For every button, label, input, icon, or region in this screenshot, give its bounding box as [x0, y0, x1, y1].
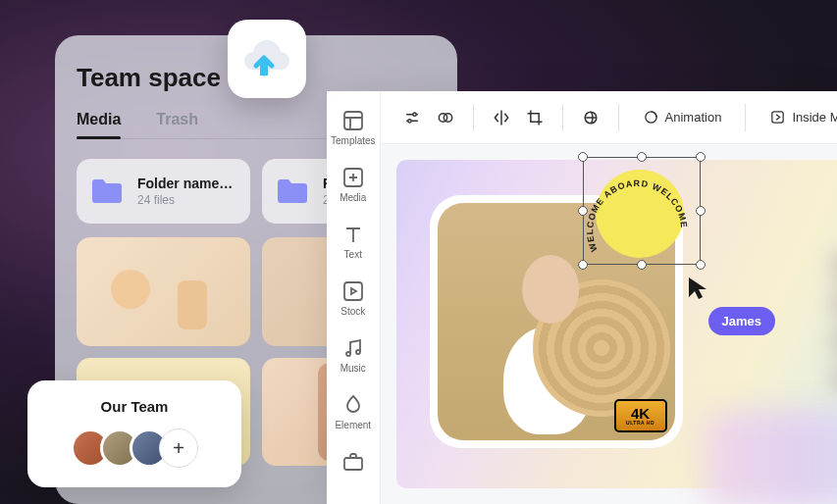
svg-point-4 — [346, 352, 350, 356]
crop-icon — [525, 108, 545, 127]
inside-motion-button[interactable]: Inside Motion — [756, 101, 837, 133]
media-thumbnail[interactable] — [77, 237, 250, 346]
folder-count: 24 files — [137, 193, 233, 207]
venn-icon — [436, 108, 455, 127]
cloud-upload-badge — [228, 20, 306, 98]
music-icon — [341, 336, 365, 360]
flip-icon — [492, 108, 511, 127]
add-member-button[interactable]: + — [159, 428, 198, 468]
effects-button[interactable] — [581, 108, 601, 127]
editor-toolbar: Animation Inside Motion — [381, 91, 837, 144]
templates-icon — [341, 109, 365, 132]
svg-rect-3 — [344, 282, 362, 300]
nav-stock[interactable]: Stock — [327, 270, 380, 327]
svg-rect-13 — [772, 112, 783, 123]
svg-rect-6 — [344, 458, 362, 470]
motion-icon — [769, 109, 786, 126]
editor-main: Animation Inside Motion 4K — [381, 91, 837, 504]
blurred-bottom-preview — [704, 410, 837, 504]
folder-card[interactable]: Folder name… 24 files — [77, 159, 250, 224]
crop-button[interactable] — [525, 108, 545, 127]
filter-button[interactable] — [436, 108, 455, 127]
animation-icon — [643, 109, 659, 126]
animation-button[interactable]: Animation — [629, 101, 736, 133]
cursor-icon — [687, 276, 708, 301]
editor-window: Templates Media Text Stock Music Element — [327, 91, 837, 504]
nav-music[interactable]: Music — [327, 327, 380, 383]
collaborator-cursor — [687, 276, 708, 305]
canvas[interactable]: 4K ULTRA HD — [396, 160, 837, 488]
canvas-area: 4K ULTRA HD — [381, 144, 837, 504]
collaborator-label: James — [708, 307, 775, 335]
4k-badge: 4K ULTRA HD — [614, 399, 667, 432]
our-team-card: Our Team + — [27, 380, 241, 487]
media-add-icon — [341, 166, 365, 189]
adjust-button[interactable] — [402, 108, 422, 127]
curved-text-element[interactable]: WELCOME ABOARD WELCOME ABOARD — [583, 157, 701, 265]
avatar-stack: + — [47, 428, 222, 468]
element-icon — [341, 393, 365, 417]
svg-point-5 — [356, 350, 360, 354]
folder-icon — [88, 173, 126, 210]
nav-templates[interactable]: Templates — [327, 99, 380, 156]
svg-point-10 — [444, 113, 451, 121]
cloud-upload-icon — [241, 36, 292, 81]
nav-more[interactable] — [327, 440, 380, 483]
nav-text[interactable]: Text — [327, 213, 380, 270]
flip-button[interactable] — [492, 108, 511, 127]
svg-rect-0 — [260, 62, 268, 76]
svg-point-8 — [407, 119, 410, 122]
editor-left-nav: Templates Media Text Stock Music Element — [327, 91, 381, 504]
effects-icon — [581, 108, 601, 127]
sliders-icon — [402, 108, 422, 127]
our-team-title: Our Team — [47, 398, 222, 415]
selection-box[interactable]: WELCOME ABOARD WELCOME ABOARD — [583, 157, 701, 265]
nav-element[interactable]: Element — [327, 383, 380, 440]
stock-icon — [341, 279, 365, 303]
folder-name: Folder name… — [137, 176, 233, 191]
svg-rect-1 — [344, 112, 362, 129]
briefcase-icon — [341, 450, 365, 474]
tab-media[interactable]: Media — [77, 111, 121, 138]
svg-point-7 — [412, 113, 415, 116]
folder-icon — [274, 173, 311, 210]
tab-trash[interactable]: Trash — [156, 111, 198, 138]
text-icon — [341, 223, 365, 246]
nav-media[interactable]: Media — [327, 156, 380, 213]
